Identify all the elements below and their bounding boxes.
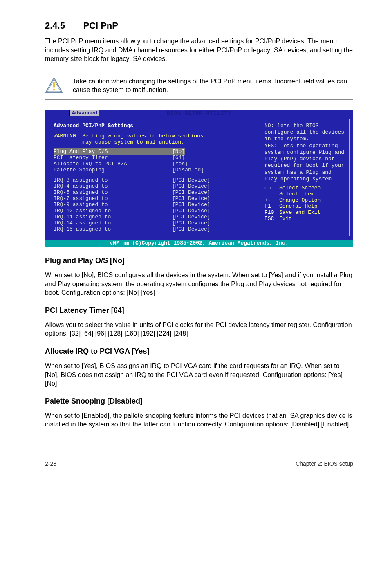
bios-item[interactable]: PCI Latency Timer [64] (54, 155, 251, 161)
caution-icon (45, 77, 63, 93)
bios-item-value: [PCI Device] (172, 214, 211, 220)
page-number: 2-28 (45, 460, 56, 467)
bios-help-text: NO: lets the BIOS configure all the devi… (264, 123, 345, 182)
chapter-label: Chapter 2: BIOS setup (296, 460, 353, 467)
bios-item-value: [PCI Device] (172, 183, 211, 189)
bios-item[interactable]: IRQ-11 assigned to[PCI Device] (54, 214, 251, 220)
bios-item-value: [PCI Device] (172, 208, 211, 214)
key-desc: Exit (279, 215, 292, 222)
section-number: 2.4.5 (45, 20, 65, 31)
section-title: PCI PnP (83, 20, 118, 31)
key-glyph: +- (264, 197, 279, 203)
svg-point-3 (53, 88, 55, 90)
subsection-heading: Allocate IRQ to PCI VGA [Yes] (45, 347, 353, 356)
subsection-body: When set to [No], BIOS configures all th… (45, 271, 353, 297)
key-desc: Save and Exit (279, 209, 321, 215)
bios-item-value: [PCI Device] (172, 226, 211, 232)
subsection-body: Allows you to select the value in units … (45, 321, 353, 338)
caution-text: Take caution when changing the settings … (73, 77, 353, 94)
key-desc: Select Item (279, 191, 314, 197)
bios-key-legend: ←→Select Screen ↑↓Select Item +-Change O… (264, 185, 345, 222)
bios-item-value: [PCI Device] (172, 202, 211, 208)
bios-item-label: Allocate IRQ to PCI VGA (54, 161, 172, 167)
bios-left-panel: Advanced PCI/PnP Settings WARNING: Setti… (49, 119, 256, 236)
bios-item-value: [Yes] (172, 161, 188, 167)
intro-paragraph: The PCI PnP menu items allow you to chan… (45, 37, 353, 63)
key-desc: Change Option (279, 197, 321, 203)
bios-item-value: [PCI Device] (172, 189, 211, 195)
bios-item-label: IRQ-11 assigned to (54, 214, 172, 220)
bios-warning-l2: may cause system to malfunction. (54, 139, 251, 145)
bios-item[interactable]: IRQ-9 assigned to[PCI Device] (54, 202, 251, 208)
bios-item[interactable]: IRQ-3 assigned to[PCI Device] (54, 177, 251, 183)
key-glyph: ←→ (264, 185, 279, 191)
bios-item-value: [PCI Device] (172, 177, 211, 183)
key-glyph: F10 (264, 209, 279, 215)
caution-callout: Take caution when changing the settings … (45, 72, 353, 100)
bios-item[interactable]: Allocate IRQ to PCI VGA [Yes] (54, 161, 251, 167)
subsection-heading: Palette Snooping [Disabled] (45, 397, 353, 406)
bios-item-label: IRQ-15 assigned to (54, 226, 172, 232)
subsection-heading: Plug and Play O/S [No] (45, 256, 353, 265)
bios-warning-l1: WARNING: Setting wrong values in below s… (54, 133, 251, 139)
bios-footer: vMM.mm (C)Copyright 1985-2002, American … (45, 240, 353, 247)
bios-item-value: [Disabled] (172, 167, 204, 173)
key-desc: General Help (279, 203, 318, 209)
key-desc: Select Screen (279, 185, 321, 191)
page-footer: 2-28 Chapter 2: BIOS setup (45, 458, 353, 467)
bios-screen: BIOS SETUP UTILITY Advanced Advanced PCI… (45, 110, 353, 247)
bios-item-label: Plug And Play O/S (54, 148, 172, 155)
bios-item-label: Palette Snooping (54, 167, 172, 173)
key-glyph: ESC (264, 215, 279, 222)
bios-item[interactable]: IRQ-7 assigned to[PCI Device] (54, 195, 251, 202)
section-header: 2.4.5 PCI PnP (45, 20, 353, 31)
key-glyph: ↑↓ (264, 191, 279, 197)
bios-item-label: IRQ-4 assigned to (54, 183, 172, 189)
svg-rect-2 (53, 82, 55, 88)
bios-item-label: IRQ-10 assigned to (54, 208, 172, 214)
bios-item[interactable]: IRQ-15 assigned to[PCI Device] (54, 226, 251, 232)
bios-item-value: [No] (172, 148, 185, 155)
bios-item-label: IRQ-3 assigned to (54, 177, 172, 183)
bios-item[interactable]: Palette Snooping [Disabled] (54, 167, 251, 173)
bios-item-label: IRQ-9 assigned to (54, 202, 172, 208)
subsection-body: When set to [Yes], BIOS assigns an IRQ t… (45, 361, 353, 388)
bios-left-heading: Advanced PCI/PnP Settings (54, 123, 251, 129)
bios-item[interactable]: IRQ-5 assigned to[PCI Device] (54, 189, 251, 195)
bios-item-label: IRQ-5 assigned to (54, 189, 172, 195)
bios-item[interactable]: IRQ-10 assigned to[PCI Device] (54, 208, 251, 214)
bios-item-plug-and-play[interactable]: Plug And Play O/S [No] (54, 148, 251, 155)
bios-item-label: PCI Latency Timer (54, 155, 172, 161)
bios-item[interactable]: IRQ-14 assigned to[PCI Device] (54, 220, 251, 226)
subsection-heading: PCI Latency Timer [64] (45, 306, 353, 315)
key-glyph: F1 (264, 203, 279, 209)
bios-item-label: IRQ-7 assigned to (54, 195, 172, 202)
bios-item-label: IRQ-14 assigned to (54, 220, 172, 226)
bios-help-panel: NO: lets the BIOS configure all the devi… (260, 119, 350, 236)
bios-item-value: [PCI Device] (172, 220, 211, 226)
bios-item-value: [64] (172, 155, 185, 161)
bios-tab-advanced[interactable]: Advanced (69, 110, 99, 116)
bios-item[interactable]: IRQ-4 assigned to[PCI Device] (54, 183, 251, 189)
subsection-body: When set to [Enabled], the pallete snoop… (45, 411, 353, 429)
bios-item-value: [PCI Device] (172, 195, 211, 202)
